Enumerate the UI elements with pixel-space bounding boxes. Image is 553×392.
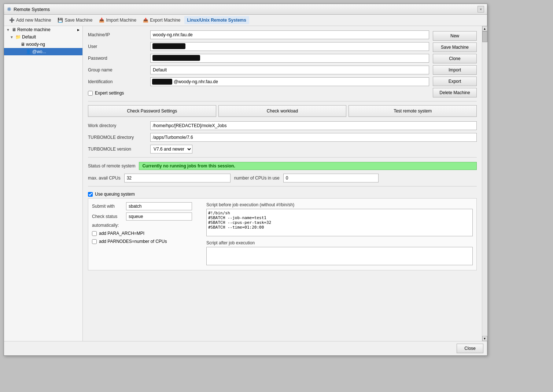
status-value: Currently no running jobs from this sess… xyxy=(139,162,477,170)
group-name-label: Group name xyxy=(88,67,147,73)
queue-content-row: Submit with Check status automatically: … xyxy=(92,202,473,266)
sidebar: ▼ 🖥 Remote machine ► ▼ 📁 Default 🖥 woody… xyxy=(4,26,83,341)
linux-unix-tab[interactable]: Linux/Unix Remote Systems xyxy=(184,16,249,24)
export-icon: 📤 xyxy=(143,18,148,23)
user-icon: 👤 xyxy=(26,49,31,54)
user-label: User xyxy=(88,44,147,49)
top-form-section: Machine/IP User Password xyxy=(88,30,477,97)
submit-with-input[interactable] xyxy=(126,202,192,210)
turbomole-dir-input[interactable] xyxy=(150,133,477,142)
password-redacted xyxy=(152,55,200,61)
import-machine-label: Import Machine xyxy=(106,18,136,23)
expert-settings-row: Expert settings xyxy=(88,89,429,97)
sidebar-arrow-icon: ► xyxy=(77,28,80,32)
divider-1 xyxy=(88,101,477,101)
cpus-in-use-input[interactable] xyxy=(283,174,379,182)
add-para-arch-checkbox[interactable] xyxy=(92,231,97,236)
work-directory-label: Work directory xyxy=(88,123,147,128)
check-password-button[interactable]: Check Password Settings xyxy=(88,105,216,117)
script-after-label: Script after job execution xyxy=(206,240,473,245)
divider-3 xyxy=(88,186,477,186)
remote-systems-window: ❋ Remote Systems × ➕ Add new Machine 💾 S… xyxy=(4,4,487,356)
scroll-up-arrow[interactable]: ▲ xyxy=(482,26,487,31)
folder-icon: 📁 xyxy=(15,34,21,40)
expand-icon-default: ▼ xyxy=(10,35,14,39)
add-parnodes-checkbox[interactable] xyxy=(92,239,97,244)
export-machine-toolbar-button[interactable]: 📤 Export Machine xyxy=(140,16,183,24)
script-after-textarea[interactable] xyxy=(206,247,473,265)
new-button[interactable]: New xyxy=(433,31,477,41)
window-title: Remote Systems xyxy=(14,7,50,12)
status-text: Currently no running jobs from this sess… xyxy=(142,163,235,169)
clone-button[interactable]: Clone xyxy=(433,54,477,63)
form-fields: Machine/IP User Password xyxy=(88,30,429,97)
check-buttons-row: Check Password Settings Check workload T… xyxy=(88,105,477,117)
window-icon: ❋ xyxy=(7,6,11,12)
title-bar: ❋ Remote Systems × xyxy=(4,4,487,15)
submit-with-label: Submit with xyxy=(92,204,123,209)
save-machine-toolbar-button[interactable]: 💾 Save Machine xyxy=(55,16,95,24)
use-queue-label: Use queuing system xyxy=(95,192,135,197)
password-field-container xyxy=(150,54,429,63)
bottom-bar: Close xyxy=(4,341,487,355)
scroll-track xyxy=(482,31,487,336)
status-row: Status of remote system Currently no run… xyxy=(88,161,477,171)
vertical-scrollbar[interactable]: ▲ ▼ xyxy=(482,26,487,341)
user-row: User xyxy=(88,42,429,51)
add-icon: ➕ xyxy=(9,18,15,23)
scroll-thumb[interactable] xyxy=(482,31,487,42)
work-directory-input[interactable] xyxy=(150,121,477,130)
save-machine-button[interactable]: Save Machine xyxy=(433,42,477,52)
automatically-label: automatically: xyxy=(92,223,202,228)
sidebar-item-remote-machine[interactable]: ▼ 🖥 Remote machine ► xyxy=(4,26,82,33)
machine-ip-input[interactable] xyxy=(150,30,429,39)
turbomole-version-select[interactable]: V7.6 and newer V7.5 V7.4 older xyxy=(150,145,192,154)
group-name-input[interactable] xyxy=(150,66,429,74)
password-label: Password xyxy=(88,56,147,61)
expand-icon: ▼ xyxy=(6,28,11,32)
user-input[interactable] xyxy=(150,42,429,51)
user-node-label: @wo... xyxy=(32,49,46,54)
script-before-textarea[interactable]: #!/bin/sh #SBATCH --job-name=test1 #SBAT… xyxy=(206,209,473,236)
max-cpus-input[interactable] xyxy=(124,174,231,182)
submit-with-row: Submit with xyxy=(92,202,202,210)
expert-settings-checkbox[interactable] xyxy=(88,91,93,96)
default-label: Default xyxy=(22,34,36,40)
use-queuing-checkbox[interactable] xyxy=(88,192,93,197)
add-new-machine-button[interactable]: ➕ Add new Machine xyxy=(6,16,54,24)
check-workload-button[interactable]: Check workload xyxy=(218,105,347,117)
sidebar-item-default[interactable]: ▼ 📁 Default xyxy=(4,33,82,41)
right-panel: Machine/IP User Password xyxy=(83,26,482,341)
queue-right-panel: Script before job execution (without #!/… xyxy=(206,202,473,266)
woody-ng-label: woody-ng xyxy=(26,42,45,47)
export-button[interactable]: Export xyxy=(433,77,477,86)
sidebar-item-user-node[interactable]: 👤 @wo... xyxy=(4,48,82,55)
turbomole-dir-row: TURBOMOLE directory xyxy=(88,133,477,142)
server-icon: 🖥 xyxy=(12,27,16,32)
main-area: ▼ 🖥 Remote machine ► ▼ 📁 Default 🖥 woody… xyxy=(4,26,487,341)
expert-settings-label: Expert settings xyxy=(95,90,124,96)
group-name-row: Group name xyxy=(88,66,429,74)
delete-machine-button[interactable]: Delete Machine xyxy=(433,88,477,97)
import-button[interactable]: Import xyxy=(433,65,477,75)
work-directory-row: Work directory xyxy=(88,121,477,130)
import-icon: 📥 xyxy=(99,18,104,23)
check-status-input[interactable] xyxy=(126,212,192,221)
scroll-down-arrow[interactable]: ▼ xyxy=(482,336,487,341)
close-button[interactable]: Close xyxy=(457,344,483,353)
window-close-button[interactable]: × xyxy=(478,6,484,12)
toolbar: ➕ Add new Machine 💾 Save Machine 📥 Impor… xyxy=(4,15,487,26)
import-machine-toolbar-button[interactable]: 📥 Import Machine xyxy=(96,16,139,24)
test-remote-button[interactable]: Test remote system xyxy=(349,105,477,117)
identification-label: Identification xyxy=(88,79,147,84)
machine-ip-row: Machine/IP xyxy=(88,30,429,39)
sidebar-item-woody-ng[interactable]: 🖥 woody-ng xyxy=(4,41,82,48)
queue-left-panel: Submit with Check status automatically: … xyxy=(92,202,202,245)
user-redacted xyxy=(152,43,185,49)
divider-2 xyxy=(88,157,477,158)
check-status-label: Check status xyxy=(92,214,123,219)
save-machine-toolbar-label: Save Machine xyxy=(64,18,92,23)
check-status-row: Check status xyxy=(92,212,202,221)
turbomole-version-label: TURBOMOLE version xyxy=(88,147,147,152)
max-cpus-label: max. avail CPUs xyxy=(88,175,121,181)
